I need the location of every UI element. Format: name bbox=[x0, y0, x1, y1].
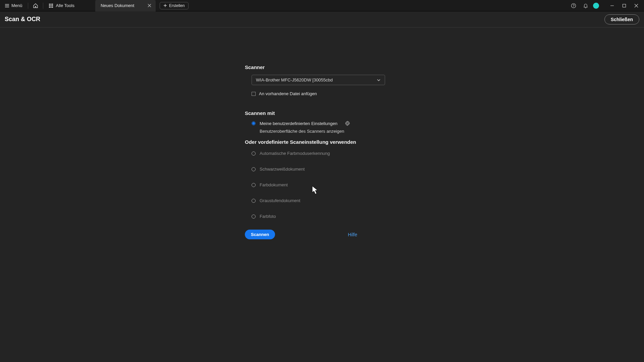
preset-radio-bw[interactable] bbox=[252, 167, 256, 171]
notifications-button[interactable] bbox=[581, 1, 590, 10]
menu-button[interactable]: Menü bbox=[2, 2, 25, 9]
preset-label: Farbfoto bbox=[260, 214, 276, 219]
preset-label: Automatische Farbmoduserkennung bbox=[260, 151, 330, 156]
divider bbox=[28, 3, 28, 9]
all-tools-button[interactable]: Alle Tools bbox=[46, 2, 77, 9]
page-title: Scan & OCR bbox=[5, 16, 40, 23]
help-circle-icon bbox=[571, 3, 576, 8]
svg-rect-7 bbox=[50, 7, 51, 8]
custom-settings-radio[interactable] bbox=[252, 121, 256, 125]
divider bbox=[43, 3, 43, 9]
home-button[interactable] bbox=[31, 1, 40, 10]
tab-close-button[interactable] bbox=[148, 4, 151, 7]
preset-section-title: Oder vordefinierte Scaneinstellung verwe… bbox=[245, 139, 399, 145]
tab-title: Neues Dokument bbox=[101, 3, 134, 8]
all-tools-label: Alle Tools bbox=[56, 3, 74, 8]
scanner-section-title: Scanner bbox=[245, 64, 399, 70]
preset-radio-row[interactable]: Graustufendokument bbox=[252, 198, 399, 203]
preset-radio-auto-color[interactable] bbox=[252, 152, 256, 156]
create-label: Erstellen bbox=[169, 3, 185, 8]
maximize-icon bbox=[622, 4, 626, 8]
action-row: Scannen Hilfe bbox=[245, 230, 357, 239]
preset-radio-row[interactable]: Automatische Farbmoduserkennung bbox=[252, 151, 399, 156]
bell-icon bbox=[583, 3, 588, 8]
titlebar-right bbox=[569, 1, 642, 10]
scan-button[interactable]: Scannen bbox=[245, 230, 275, 239]
svg-rect-1 bbox=[50, 4, 51, 5]
close-icon bbox=[634, 4, 638, 8]
preset-radio-color-photo[interactable] bbox=[252, 215, 256, 219]
maximize-button[interactable] bbox=[619, 1, 630, 10]
append-checkbox[interactable] bbox=[252, 92, 256, 96]
svg-rect-2 bbox=[52, 4, 53, 5]
scan-form: Scanner WIA-Brother MFC-J5620DW [30055cb… bbox=[245, 64, 399, 239]
svg-rect-4 bbox=[50, 5, 51, 6]
create-button[interactable]: Erstellen bbox=[160, 2, 189, 9]
preset-radio-row[interactable]: Farbfoto bbox=[252, 214, 399, 219]
page-header: Scan & OCR Schließen bbox=[0, 11, 644, 27]
close-button[interactable]: Schließen bbox=[604, 14, 639, 24]
custom-settings-radio-row[interactable]: Meine benutzerdefinierten Einstellungen bbox=[252, 121, 399, 126]
append-checkbox-row[interactable]: An vorhandene Datei anfügen bbox=[252, 91, 399, 96]
scanner-selected-value: WIA-Brother MFC-J5620DW [30055cbd bbox=[256, 77, 333, 82]
hamburger-icon bbox=[5, 3, 9, 8]
svg-rect-3 bbox=[49, 5, 50, 6]
gear-icon bbox=[345, 121, 350, 126]
help-link[interactable]: Hilfe bbox=[348, 232, 357, 237]
preset-radio-color-doc[interactable] bbox=[252, 183, 256, 187]
svg-rect-6 bbox=[49, 7, 50, 8]
preset-radio-row[interactable]: Schwarzweißdokument bbox=[252, 167, 399, 172]
scanner-field-group: WIA-Brother MFC-J5620DW [30055cbd An vor… bbox=[252, 75, 399, 96]
preset-radio-group: Automatische Farbmoduserkennung Schwarzw… bbox=[252, 151, 399, 219]
close-icon bbox=[148, 4, 151, 7]
user-avatar[interactable] bbox=[593, 3, 599, 9]
scan-with-section: Scannen mit Meine benutzerdefinierten Ei… bbox=[245, 110, 399, 239]
minimize-button[interactable] bbox=[606, 1, 618, 10]
minimize-icon bbox=[610, 4, 614, 8]
svg-rect-5 bbox=[52, 5, 53, 6]
scan-with-title: Scannen mit bbox=[245, 110, 399, 116]
preset-label: Schwarzweißdokument bbox=[260, 167, 305, 172]
custom-settings-label: Meine benutzerdefinierten Einstellungen bbox=[260, 121, 337, 126]
svg-point-10 bbox=[573, 6, 574, 7]
preset-label: Farbdokument bbox=[260, 182, 288, 187]
menu-label: Menü bbox=[11, 3, 22, 8]
document-tab[interactable]: Neues Dokument bbox=[95, 0, 156, 11]
append-label: An vorhandene Datei anfügen bbox=[259, 91, 317, 96]
scan-with-options: Meine benutzerdefinierten Einstellungen … bbox=[252, 121, 399, 134]
show-scanner-ui-hint: Benutzeroberfläche des Scanners anzeigen bbox=[260, 129, 399, 134]
window-close-button[interactable] bbox=[631, 1, 642, 10]
svg-rect-11 bbox=[623, 4, 626, 7]
custom-settings-gear-button[interactable] bbox=[345, 121, 350, 126]
plus-icon bbox=[163, 4, 167, 7]
scanner-select[interactable]: WIA-Brother MFC-J5620DW [30055cbd bbox=[252, 75, 385, 85]
titlebar: Menü Alle Tools Neues Dokument Erstellen bbox=[0, 0, 644, 11]
window-controls bbox=[606, 1, 642, 10]
preset-label: Graustufendokument bbox=[260, 198, 300, 203]
preset-radio-grayscale[interactable] bbox=[252, 199, 256, 203]
svg-rect-8 bbox=[52, 7, 53, 8]
help-button[interactable] bbox=[569, 1, 578, 10]
home-icon bbox=[33, 3, 38, 8]
grid-icon bbox=[49, 3, 53, 8]
preset-radio-row[interactable]: Farbdokument bbox=[252, 182, 399, 187]
chevron-down-icon bbox=[377, 78, 381, 82]
svg-rect-0 bbox=[49, 4, 50, 5]
titlebar-left: Menü Alle Tools bbox=[2, 1, 77, 10]
